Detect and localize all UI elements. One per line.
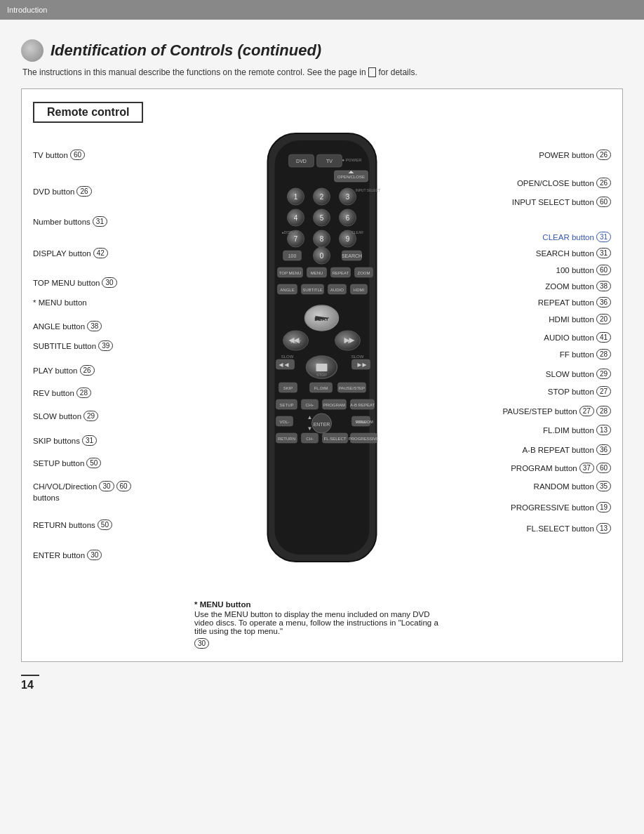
skip-buttons-label: SKIP buttons 31 (33, 435, 97, 446)
menu-button-label: * MENU button (33, 298, 87, 307)
svg-text:OPEN/CLOSE: OPEN/CLOSE (337, 175, 365, 179)
footnote-title: * MENU button (194, 600, 440, 609)
svg-text:ZOOM: ZOOM (358, 271, 370, 275)
top-menu-button-label: TOP MENU button 30 (33, 277, 117, 288)
svg-text:1: 1 (294, 193, 298, 201)
svg-text:PROGRAM: PROGRAM (323, 403, 345, 407)
svg-text:7: 7 (294, 235, 298, 243)
tv-button-label: TV button 60 (33, 150, 85, 160)
display-button-label: DISPLAY button 42 (33, 248, 108, 258)
clear-button-label: CLEAR button 31 (542, 232, 611, 242)
svg-text:RETURN: RETURN (278, 437, 295, 441)
chvol-button2-label: buttons (33, 494, 60, 502)
enter-button-label: ENTER button 30 (33, 550, 102, 560)
svg-text:REPEAT: REPEAT (333, 271, 349, 275)
page-number: 14 (21, 675, 39, 691)
svg-text:6: 6 (346, 214, 350, 222)
svg-text:RANDOM: RANDOM (356, 420, 373, 424)
left-labels: TV button 60 DVD button 26 Number button… (33, 130, 180, 579)
diagram-box: Remote control TV button 60 DVD button 2… (21, 88, 623, 662)
slow-button-left-label: SLOW button 29 (33, 411, 98, 421)
svg-text:TV: TV (326, 159, 333, 164)
openclose-button-label: OPEN/CLOSE button 26 (517, 178, 611, 188)
remote-center: DVD TV ● POWER OPEN/CLOSE 1 (180, 130, 464, 565)
search-button-label: SEARCH button 31 (536, 248, 611, 258)
svg-text:A-B REPEAT: A-B REPEAT (350, 403, 375, 407)
svg-text:TOP MENU: TOP MENU (279, 271, 301, 275)
svg-text:SUBTITLE: SUBTITLE (302, 288, 323, 292)
number-buttons-label: Number buttons 31 (33, 216, 107, 227)
repeat-button-label: REPEAT button 36 (538, 297, 611, 307)
ff-button-label: FF button 28 (560, 349, 611, 359)
remote-control-svg: DVD TV ● POWER OPEN/CLOSE 1 (254, 130, 391, 572)
section-icon (21, 39, 43, 62)
svg-text:▼: ▼ (307, 425, 313, 432)
svg-text:SLOW: SLOW (281, 355, 294, 359)
svg-text:CLEAR: CLEAR (351, 230, 363, 234)
section-subtitle: The instructions in this manual describe… (22, 67, 623, 77)
svg-rect-72 (352, 359, 370, 369)
svg-text:100: 100 (288, 253, 297, 258)
hdmi-button-label: HDMI button 20 (549, 314, 611, 324)
svg-text:● POWER: ● POWER (342, 158, 363, 162)
top-bar-label: Introduction (7, 6, 47, 14)
ab-repeat-button-label: A-B REPEAT button 36 (522, 444, 611, 455)
svg-rect-70 (316, 364, 328, 371)
slow-button-right-label: SLOW button 29 (546, 369, 611, 379)
random-button-label: RANDOM button 35 (534, 481, 611, 491)
svg-text:SETUP: SETUP (279, 403, 293, 407)
svg-text:SEARCH: SEARCH (342, 253, 362, 258)
svg-text:CH-: CH- (306, 437, 314, 441)
svg-text:PROGRESSIVE: PROGRESSIVE (349, 437, 380, 441)
audio-button-label: AUDIO button 41 (544, 332, 611, 343)
footnote-body: Use the MENU button to display the menu … (194, 610, 440, 635)
diagram-title: Remote control (33, 102, 143, 123)
right-labels: POWER button 26 OPEN/CLOSE button 26 INP… (464, 130, 611, 579)
flselect-button-label: FL.SELECT button 13 (527, 523, 611, 534)
svg-text:4: 4 (294, 214, 298, 222)
footnote-ref: 30 (194, 638, 209, 649)
svg-text:AUDIO: AUDIO (330, 288, 344, 292)
svg-text:9: 9 (346, 235, 350, 243)
svg-text:5: 5 (320, 214, 324, 222)
angle-button-label: ANGLE button 38 (33, 321, 102, 331)
svg-text:STOP: STOP (316, 373, 327, 377)
pausestep-button-label: PAUSE/STEP button 27 28 (502, 406, 611, 416)
svg-text:HDMI: HDMI (354, 288, 365, 292)
stop-button-label: STOP button 27 (548, 386, 611, 397)
svg-text:●DISPLAY: ●DISPLAY (282, 230, 299, 234)
section-title: Identification of Controls (continued) (51, 41, 321, 60)
svg-text:▲: ▲ (307, 414, 313, 421)
svg-text:0: 0 (320, 252, 324, 260)
program-button-label: PROGRAM button 37 60 (511, 463, 611, 473)
svg-text:PAUSE/STEP: PAUSE/STEP (339, 386, 365, 390)
svg-rect-66 (276, 359, 295, 369)
dvd-button-label: DVD button 26 (33, 186, 92, 197)
page-content: Identification of Controls (continued) T… (0, 20, 644, 834)
svg-text:MENU: MENU (311, 271, 323, 275)
power-button-label: POWER button 26 (539, 150, 611, 160)
svg-text:INPUT SELECT: INPUT SELECT (356, 188, 381, 192)
svg-text:SKIP: SKIP (283, 386, 293, 390)
zoom-button-label: ZOOM button 38 (545, 281, 611, 291)
svg-text:DVD: DVD (296, 159, 307, 164)
setup-button-label: SETUP button 50 (33, 458, 101, 468)
svg-text:FL.SELECT: FL.SELECT (323, 437, 346, 441)
svg-text:CH+: CH+ (305, 403, 314, 407)
footnote: * MENU button Use the MENU button to dis… (187, 600, 440, 649)
svg-text:ANGLE: ANGLE (280, 288, 294, 292)
svg-text:FL.DIM: FL.DIM (314, 386, 328, 390)
input-select-button-label: INPUT SELECT button 60 (512, 197, 611, 207)
diagram-inner: TV button 60 DVD button 26 Number button… (33, 130, 611, 579)
progressive-button-label: PROGRESSIVE button 19 (511, 502, 611, 512)
subtitle-button-label: SUBTITLE button 39 (33, 340, 113, 351)
chvol-button-label: CH/VOL/Direction 30 60 (33, 481, 131, 491)
return-buttons-label: RETURN buttons 50 (33, 519, 112, 530)
svg-text:SLOW: SLOW (351, 355, 364, 359)
rev-button-label: REV button 28 (33, 388, 91, 398)
play-button-label: PLAY button 26 (33, 365, 95, 376)
100-button-label: 100 button 60 (556, 265, 611, 275)
section-header: Identification of Controls (continued) (21, 39, 623, 62)
fldim-button-label: FL.DIM button 13 (543, 425, 611, 435)
svg-text:3: 3 (346, 193, 350, 201)
